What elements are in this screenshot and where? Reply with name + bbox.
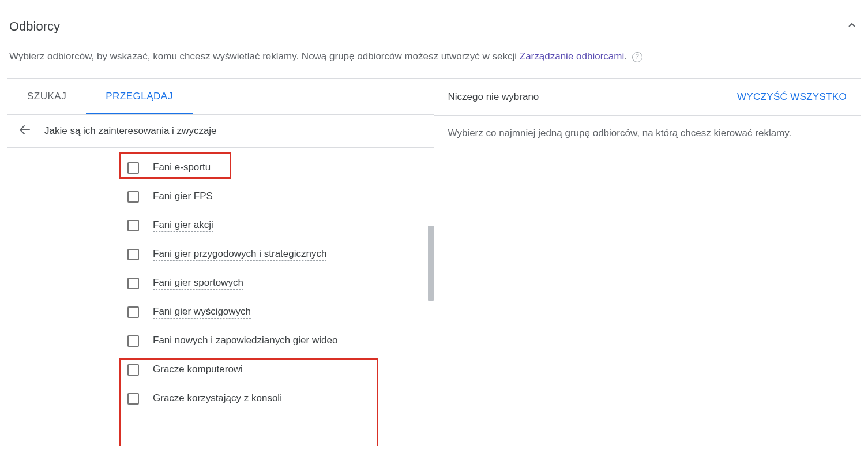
item-label[interactable]: Fani gier akcji xyxy=(153,219,213,232)
audience-manager-link[interactable]: Zarządzanie odbiorcami xyxy=(520,51,624,62)
list-item[interactable]: Gracze komputerowi xyxy=(7,356,434,384)
right-title: Niczego nie wybrano xyxy=(448,91,539,103)
list-item[interactable]: Fani gier wyścigowych xyxy=(7,298,434,327)
checkbox[interactable] xyxy=(127,364,139,376)
item-label[interactable]: Fani gier przygodowych i strategicznych xyxy=(153,248,326,261)
checkbox[interactable] xyxy=(127,393,139,405)
list-item[interactable]: Fani nowych i zapowiedzianych gier wideo xyxy=(7,327,434,356)
checkbox[interactable] xyxy=(127,220,139,231)
tab-search[interactable]: SZUKAJ xyxy=(7,79,86,114)
back-arrow-icon[interactable] xyxy=(18,123,32,139)
scrollbar-thumb[interactable] xyxy=(428,226,434,301)
breadcrumb-text: Jakie są ich zainteresowania i zwyczaje xyxy=(44,125,217,137)
list-item[interactable]: Fani gier przygodowych i strategicznych xyxy=(7,240,434,269)
scrollbar-track[interactable] xyxy=(428,148,434,446)
list-item[interactable]: Fani e-sportu xyxy=(7,154,434,182)
clear-all-button[interactable]: WYCZYŚĆ WSZYSTKO xyxy=(737,91,847,103)
list-item[interactable]: Fani gier akcji xyxy=(7,211,434,240)
item-label[interactable]: Fani gier sportowych xyxy=(153,277,243,290)
checkbox[interactable] xyxy=(127,335,139,347)
section-description: Wybierz odbiorców, by wskazać, komu chce… xyxy=(7,45,861,78)
description-text-prefix: Wybierz odbiorców, by wskazać, komu chce… xyxy=(9,51,520,62)
checkbox[interactable] xyxy=(127,162,139,174)
tab-browse[interactable]: PRZEGLĄDAJ xyxy=(86,79,192,114)
right-header: Niczego nie wybrano WYCZYŚĆ WSZYSTKO xyxy=(434,79,861,116)
panels: SZUKAJ PRZEGLĄDAJ Jakie są ich zainteres… xyxy=(7,78,861,446)
item-label[interactable]: Fani e-sportu xyxy=(153,162,211,174)
checkbox[interactable] xyxy=(127,191,139,203)
left-panel: SZUKAJ PRZEGLĄDAJ Jakie są ich zainteres… xyxy=(7,79,434,446)
item-label[interactable]: Fani gier wyścigowych xyxy=(153,306,251,319)
list-item[interactable]: Gracze korzystający z konsoli xyxy=(7,384,434,413)
list-item[interactable]: Fani gier sportowych xyxy=(7,269,434,298)
breadcrumb: Jakie są ich zainteresowania i zwyczaje xyxy=(7,115,434,148)
list-item[interactable]: Fani gier FPS xyxy=(7,182,434,211)
right-panel: Niczego nie wybrano WYCZYŚĆ WSZYSTKO Wyb… xyxy=(434,79,861,446)
right-body: Wybierz co najmniej jedną grupę odbiorcó… xyxy=(434,116,861,151)
checkbox[interactable] xyxy=(127,306,139,318)
section-header: Odbiorcy xyxy=(7,6,861,45)
list-wrap: Fani e-sportu Fani gier FPS Fani gier ak… xyxy=(7,148,434,446)
help-icon[interactable]: ? xyxy=(632,52,642,62)
item-label[interactable]: Gracze komputerowi xyxy=(153,364,243,376)
checkbox[interactable] xyxy=(127,278,139,289)
item-label[interactable]: Fani gier FPS xyxy=(153,190,213,203)
tabs: SZUKAJ PRZEGLĄDAJ xyxy=(7,79,434,115)
audience-list: Fani e-sportu Fani gier FPS Fani gier ak… xyxy=(7,148,434,419)
item-label[interactable]: Gracze korzystający z konsoli xyxy=(153,392,282,405)
checkbox[interactable] xyxy=(127,249,139,260)
section-title: Odbiorcy xyxy=(9,19,60,34)
collapse-icon[interactable] xyxy=(845,18,859,35)
audiences-section: Odbiorcy Wybierz odbiorców, by wskazać, … xyxy=(0,0,868,446)
description-text-suffix: . xyxy=(624,51,627,62)
item-label[interactable]: Fani nowych i zapowiedzianych gier wideo xyxy=(153,335,337,347)
